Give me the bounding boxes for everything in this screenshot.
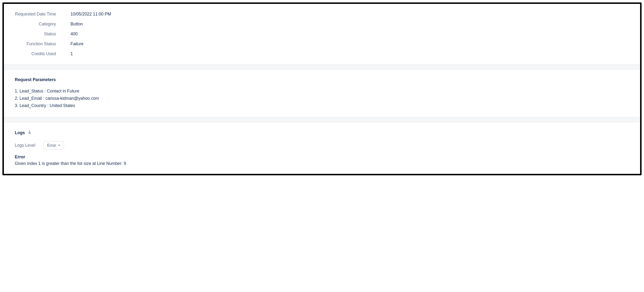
logs-title: Logs [15,130,25,135]
details-card: Requested Date Time 10/05/2022 11:00 PM … [4,4,640,64]
logs-level-select[interactable]: Error [44,141,64,150]
detail-row-function-status: Function Status Failure [15,41,629,46]
detail-row-credits-used: Credits Used 1 [15,51,629,56]
detail-value: 400 [70,31,78,36]
logs-header: Logs [15,130,629,135]
detail-label: Requested Date Time [15,12,56,17]
detail-label: Credits Used [15,51,56,56]
detail-value: 10/05/2022 11:00 PM [70,12,111,17]
request-parameters-card: Request Parameters Lead_Status : Contact… [4,69,640,117]
list-item: Lead_Email : carissa-kidman@yahoo.com [15,95,629,102]
detail-label: Function Status [15,41,56,46]
detail-value: Failure [70,41,84,46]
list-item: Lead_Country : United States [15,102,629,109]
request-parameters-list: Lead_Status : Contact in Future Lead_Ema… [15,88,629,109]
logs-card: Logs Logs Level Error Error Given index … [4,122,640,174]
logs-level-selected: Error [47,143,56,148]
detail-label: Category [15,21,56,27]
error-message: Given index 1 is greater than the list s… [15,161,629,166]
error-heading: Error [15,154,629,160]
detail-row-category: Category Button [15,21,629,27]
detail-value: 1 [70,51,73,56]
detail-row-requested-date-time: Requested Date Time 10/05/2022 11:00 PM [15,12,629,17]
detail-value: Button [70,21,83,27]
chevron-down-icon [58,145,60,146]
list-item: Lead_Status : Contact in Future [15,88,629,95]
request-parameters-title: Request Parameters [15,77,629,82]
logs-level-row: Logs Level Error [15,141,629,150]
page-frame: Requested Date Time 10/05/2022 11:00 PM … [2,2,642,175]
detail-label: Status [15,31,56,36]
download-icon[interactable] [28,130,32,135]
detail-row-status: Status 400 [15,31,629,36]
logs-level-label: Logs Level [15,143,35,148]
